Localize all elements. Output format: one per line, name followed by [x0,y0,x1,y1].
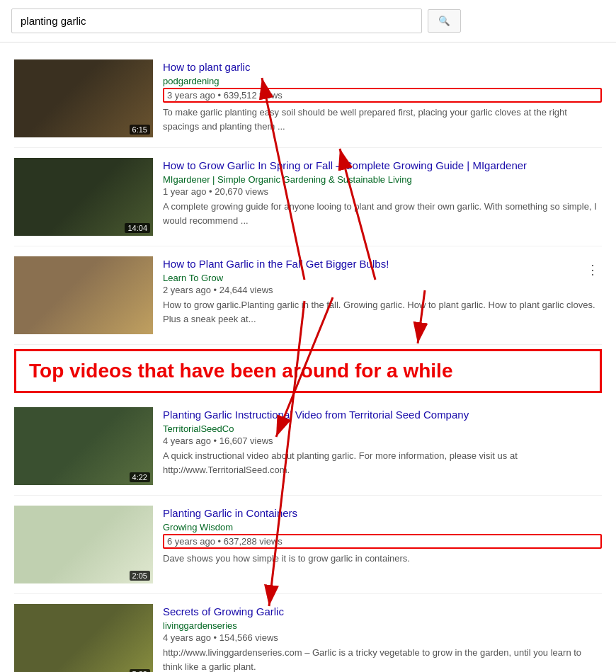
video-thumbnail[interactable] [14,256,153,334]
search-bar-container: 🔍 [0,0,616,42]
video-title[interactable]: Secrets of Growing Garlic [163,604,602,619]
video-meta: 2 years ago • 24,644 views [163,285,602,295]
video-thumbnail[interactable]: 4:22 [14,407,153,485]
video-channel: Learn To Grow [163,273,602,283]
duration-badge: 6:15 [130,125,150,135]
annotation-text: Top videos that have been around for a w… [29,358,452,384]
video-thumbnail[interactable]: 5:33 [14,604,153,672]
video-item: 4:22Planting Garlic Instructional Video … [14,397,602,496]
video-title[interactable]: How to plant garlic [163,59,602,74]
video-channel: livinggardenseries [163,620,602,631]
video-item: 5:33Secrets of Growing Garliclivinggarde… [14,594,602,672]
video-title[interactable]: Planting Garlic Instructional Video from… [163,407,602,422]
video-meta: 4 years ago • 154,566 views [163,632,602,643]
video-description: To make garlic planting easy soil should… [163,106,602,133]
video-title[interactable]: Planting Garlic in Containers [163,506,602,520]
video-meta: 1 year ago • 20,670 views [163,186,602,197]
search-button[interactable]: 🔍 [428,9,461,33]
annotation-banner: Top videos that have been around for a w… [14,349,602,393]
video-item: 14:04How to Grow Garlic In Spring or Fal… [14,148,602,246]
video-description: A complete growing guide for anyone looi… [163,200,602,227]
duration-badge: 4:22 [130,472,150,482]
video-description: How to grow garlic.Planting garlic in th… [163,298,602,326]
video-description: http://www.livinggardenseries.com – Garl… [163,646,602,672]
more-options-button[interactable]: ⋮ [583,259,602,280]
video-meta: 6 years ago • 637,288 views [163,534,602,549]
video-title[interactable]: How to Grow Garlic In Spring or Fall – C… [163,158,602,173]
search-input[interactable] [11,8,422,33]
video-item: 6:15How to plant garlicpodgardening3 yea… [14,50,602,148]
duration-badge: 14:04 [125,223,150,233]
duration-badge: 5:33 [130,669,150,672]
video-meta: 3 years ago • 639,512 views [163,88,602,103]
video-info: Planting Garlic in ContainersGrowing Wis… [163,506,602,583]
video-info: Secrets of Growing Garliclivinggardenser… [163,604,602,672]
video-channel: TerritorialSeedCo [163,423,602,434]
video-info: How to plant garlicpodgardening3 years a… [163,59,602,137]
video-item: 2:05Planting Garlic in ContainersGrowing… [14,496,602,594]
video-channel: Growing Wisdom [163,522,602,533]
video-title[interactable]: How to Plant Garlic in the Fall Get Bigg… [163,256,602,271]
video-channel: MIgardener | Simple Organic Gardening & … [163,174,602,185]
video-info: How to Plant Garlic in the Fall Get Bigg… [163,256,602,334]
video-thumbnail[interactable]: 2:05 [14,506,153,583]
video-description: Dave shows you how simple it is to grow … [163,552,602,566]
search-icon: 🔍 [438,16,450,26]
duration-badge: 2:05 [130,571,150,581]
video-channel: podgardening [163,76,602,86]
page-wrapper: 🔍 6:15How to plant garlicpodgardening3 y… [0,0,616,672]
video-thumbnail[interactable]: 6:15 [14,59,153,137]
video-thumbnail[interactable]: 14:04 [14,158,153,236]
video-list: 6:15How to plant garlicpodgardening3 yea… [14,50,602,672]
video-info: How to Grow Garlic In Spring or Fall – C… [163,158,602,236]
video-description: A quick instructional video about planti… [163,449,602,477]
video-info: Planting Garlic Instructional Video from… [163,407,602,485]
main-content: 6:15How to plant garlicpodgardening3 yea… [0,42,616,672]
video-meta: 4 years ago • 16,607 views [163,435,602,446]
video-item: How to Plant Garlic in the Fall Get Bigg… [14,246,602,345]
